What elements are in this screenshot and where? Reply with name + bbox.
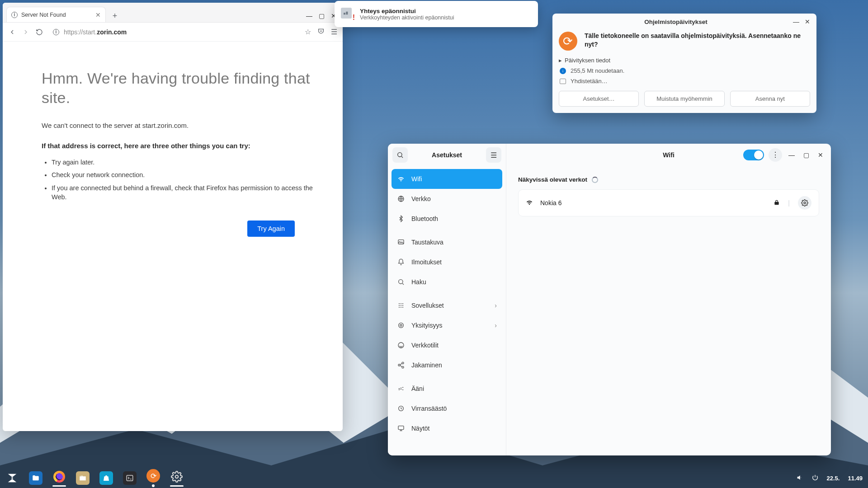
address-bar[interactable]: i https://start.zorin.com: [49, 25, 299, 39]
search-icon: [397, 278, 405, 286]
reload-button[interactable]: [35, 28, 43, 36]
updates-later-button[interactable]: Muistuta myöhemmin: [644, 91, 724, 107]
wifi-signal-icon: [526, 199, 533, 207]
firefox-icon[interactable]: [52, 470, 66, 483]
minimize-icon[interactable]: —: [306, 12, 312, 19]
menu-icon[interactable]: ☰: [331, 28, 337, 37]
svg-point-14: [399, 323, 404, 328]
sidebar-item-virransaasto[interactable]: Virransäästö: [392, 399, 502, 418]
try-again-button[interactable]: Try Again: [247, 221, 295, 237]
maximize-icon[interactable]: ▢: [319, 12, 325, 19]
spinner-icon: [592, 177, 598, 183]
svg-point-10: [399, 307, 400, 308]
svg-point-7: [399, 305, 400, 306]
sidebar-item-jakaminen[interactable]: Jakaminen: [392, 355, 502, 375]
network-list: Nokia 6 |: [518, 189, 819, 216]
sidebar-item-label: Taustakuva: [411, 239, 443, 246]
site-info-icon[interactable]: i: [53, 29, 59, 35]
sidebar-item-label: Verkkotilit: [411, 342, 439, 349]
sidebar-item-label: Ilmoitukset: [411, 258, 442, 266]
settings-icon[interactable]: [170, 470, 184, 483]
close-icon[interactable]: ✕: [816, 150, 826, 160]
sidebar-item-naytot[interactable]: Näytöt: [392, 418, 502, 438]
svg-point-4: [399, 303, 400, 304]
files-app-icon[interactable]: [29, 471, 42, 485]
updates-install-button[interactable]: Asenna nyt: [730, 91, 810, 107]
apps-icon: [397, 301, 405, 310]
terminal-icon[interactable]: [123, 471, 137, 485]
sidebar-item-aani[interactable]: Ääni: [392, 379, 502, 399]
browser-content: Hmm. We're having trouble finding that s…: [3, 42, 343, 431]
search-button[interactable]: [392, 147, 408, 163]
tab-title: Server Not Found: [21, 12, 66, 18]
updates-settings-button[interactable]: Asetukset…: [559, 91, 639, 107]
sidebar-item-bluetooth[interactable]: Bluetooth: [392, 209, 502, 229]
clock-date[interactable]: 22.5.: [827, 475, 840, 482]
svg-point-8: [401, 305, 401, 306]
wallpaper-icon: [397, 238, 405, 246]
new-tab-button[interactable]: +: [108, 9, 121, 22]
toast-text: Yhteys epäonnistui Verkkoyhteyden aktivo…: [360, 8, 454, 21]
software-store-icon[interactable]: [99, 471, 113, 485]
file-manager-icon[interactable]: [76, 471, 90, 485]
maximize-icon[interactable]: ▢: [801, 150, 811, 160]
toast-title: Yhteys epäonnistui: [360, 8, 454, 14]
wifi-toggle[interactable]: [743, 150, 764, 160]
volume-icon[interactable]: [796, 474, 803, 483]
network-settings-button[interactable]: [798, 196, 811, 210]
sidebar-item-haku[interactable]: Haku: [392, 272, 502, 292]
svg-point-3: [399, 280, 403, 284]
settings-sidebar: Asetukset ☰ Wifi Verkko Bluetooth Tausta…: [388, 144, 506, 455]
sidebar-item-verkkotilit[interactable]: Verkkotilit: [392, 335, 502, 355]
visible-networks-label: Näkyvissä olevat verkot: [518, 176, 819, 183]
sidebar-item-label: Jakaminen: [411, 361, 442, 369]
error-heading: Hmm. We're having trouble finding that s…: [42, 69, 316, 107]
bell-icon: [397, 258, 405, 266]
sidebar-item-yksityisyys[interactable]: Yksityisyys›: [392, 315, 502, 335]
sidebar-item-wifi[interactable]: Wifi: [392, 169, 502, 189]
bluetooth-icon: [397, 215, 405, 223]
sidebar-item-verkko[interactable]: Verkko: [392, 189, 502, 209]
system-tray: 22.5. 11.49: [796, 474, 863, 483]
svg-point-23: [175, 475, 179, 478]
network-row[interactable]: Nokia 6 |: [519, 192, 819, 213]
svg-point-17: [398, 364, 400, 366]
sidebar-item-label: Bluetooth: [411, 215, 438, 222]
minimize-icon[interactable]: —: [793, 18, 799, 25]
settings-window: Asetukset ☰ Wifi Verkko Bluetooth Tausta…: [388, 144, 831, 455]
close-icon[interactable]: ✕: [805, 18, 810, 25]
pocket-icon[interactable]: [317, 28, 325, 37]
browser-tab[interactable]: i Server Not Found ✕: [6, 7, 106, 22]
monitor-icon: [560, 79, 566, 84]
error-tips: Try again later. Check your network conn…: [42, 158, 316, 202]
sidebar-item-sovellukset[interactable]: Sovellukset›: [392, 296, 502, 315]
forward-button[interactable]: [22, 28, 30, 36]
bookmark-icon[interactable]: ☆: [305, 28, 311, 37]
power-icon[interactable]: [811, 474, 819, 483]
clock-time[interactable]: 11.49: [848, 475, 863, 482]
lock-icon: [774, 199, 780, 207]
svg-point-6: [402, 303, 403, 304]
sidebar-item-label: Virransäästö: [411, 405, 447, 412]
sidebar-item-taustakuva[interactable]: Taustakuva: [392, 232, 502, 252]
updates-headline: Tälle tietokoneelle on saatavilla ohjelm…: [585, 32, 810, 51]
active-indicator: [152, 484, 155, 487]
minimize-icon[interactable]: —: [787, 150, 797, 160]
start-menu-button[interactable]: [5, 471, 19, 485]
settings-main: Wifi ⋮ — ▢ ✕ Näkyvissä olevat verkot Nok…: [506, 144, 831, 455]
sidebar-item-ilmoitukset[interactable]: Ilmoitukset: [392, 252, 502, 272]
updates-details-toggle[interactable]: ▸ Päivityksen tiedot: [559, 57, 810, 64]
network-error-toast[interactable]: ! Yhteys epäonnistui Verkkoyhteyden akti…: [335, 1, 538, 27]
kebab-menu[interactable]: ⋮: [769, 148, 782, 162]
hamburger-button[interactable]: ☰: [486, 147, 501, 163]
sound-icon: [397, 385, 405, 393]
settings-title: Asetukset: [411, 151, 482, 159]
chevron-right-icon: ▸: [559, 57, 562, 64]
toast-subtitle: Verkkoyhteyden aktivointi epäonnistui: [360, 14, 454, 21]
updater-icon[interactable]: ⟳: [146, 469, 160, 483]
close-icon[interactable]: ✕: [95, 11, 101, 19]
sidebar-item-label: Haku: [411, 278, 426, 286]
active-indicator: [170, 485, 184, 487]
svg-point-5: [401, 303, 401, 304]
back-button[interactable]: [8, 28, 16, 36]
